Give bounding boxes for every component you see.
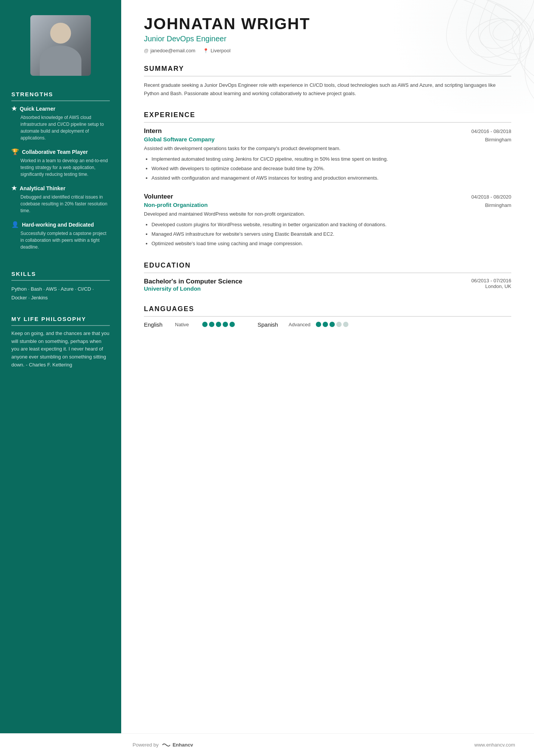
exp-location-intern: Birmingham bbox=[485, 137, 511, 142]
exp-role-intern: Intern bbox=[144, 127, 162, 135]
skills-title: SKILLS bbox=[11, 271, 110, 281]
exp-bullets-intern: Implemented automated testing using Jenk… bbox=[144, 155, 511, 182]
footer-left: Powered by Enhancv bbox=[133, 742, 193, 748]
lang-english: English Native bbox=[144, 321, 235, 328]
lang-name-english: English bbox=[144, 321, 170, 328]
sidebar: STRENGTHS ★ Quick Learner Absorbed knowl… bbox=[0, 0, 121, 733]
strengths-title: STRENGTHS bbox=[11, 91, 110, 101]
edu-school-1: University of London bbox=[144, 285, 242, 292]
philosophy-title: MY LIFE PHILOSOPHY bbox=[11, 316, 110, 326]
powered-by-text: Powered by bbox=[133, 742, 159, 748]
exp-bullet-intern-1: Implemented automated testing using Jenk… bbox=[151, 155, 511, 163]
location-item: 📍 Liverpool bbox=[203, 48, 231, 53]
strength-item-3: ★ Analytical Thinker Debugged and identi… bbox=[11, 185, 110, 214]
languages-title: LANGUAGES bbox=[144, 305, 511, 317]
summary-title: SUMMARY bbox=[144, 65, 511, 77]
strength-desc-4: Successfully completed a capstone projec… bbox=[11, 230, 110, 250]
lang-spanish: Spanish Advanced bbox=[258, 321, 348, 328]
exp-bullet-intern-2: Worked with developers to optimize codeb… bbox=[151, 164, 511, 173]
dot-en-4 bbox=[223, 322, 228, 327]
dot-en-1 bbox=[202, 322, 208, 327]
strength-title-2: Collaborative Team Player bbox=[22, 149, 88, 155]
exp-entry-intern: Intern 04/2016 - 08/2018 Global Software… bbox=[144, 127, 511, 182]
enhancv-logo-icon bbox=[162, 742, 171, 748]
strength-desc-1: Absorbed knowledge of AWS cloud infrastr… bbox=[11, 114, 110, 141]
strength-title-3: Analytical Thinker bbox=[20, 185, 66, 191]
person-icon: 👤 bbox=[11, 221, 19, 228]
avatar-container bbox=[11, 15, 110, 76]
trophy-icon: 🏆 bbox=[11, 148, 19, 155]
exp-company-intern: Global Software Company bbox=[144, 136, 215, 142]
edu-entry-1: Bachelor's in Computer Science Universit… bbox=[144, 278, 511, 292]
exp-bullet-volunteer-2: Managed AWS infrastructure for website's… bbox=[151, 230, 511, 238]
strength-title-4: Hard-working and Dedicated bbox=[22, 222, 94, 228]
dot-es-3 bbox=[329, 322, 335, 327]
exp-bullet-volunteer-3: Optimized website's load time using cach… bbox=[151, 239, 511, 248]
dot-es-5 bbox=[343, 322, 348, 327]
location-text: Liverpool bbox=[211, 48, 231, 53]
email-icon: @ bbox=[144, 48, 148, 53]
enhancv-logo: Enhancv bbox=[162, 742, 193, 748]
dot-en-3 bbox=[216, 322, 221, 327]
dot-en-2 bbox=[209, 322, 214, 327]
exp-bullet-intern-3: Assisted with configuration and manageme… bbox=[151, 174, 511, 182]
summary-section: SUMMARY Recent graduate seeking a Junior… bbox=[144, 65, 511, 98]
exp-entry-volunteer: Volunteer 04/2018 - 08/2020 Non-profit O… bbox=[144, 193, 511, 248]
experience-section: EXPERIENCE Intern 04/2016 - 08/2018 Glob… bbox=[144, 111, 511, 248]
strength-item-4: 👤 Hard-working and Dedicated Successfull… bbox=[11, 221, 110, 250]
dot-es-2 bbox=[323, 322, 328, 327]
exp-dates-volunteer: 04/2018 - 08/2020 bbox=[471, 194, 511, 200]
edu-location-1: London, UK bbox=[471, 283, 511, 289]
experience-title: EXPERIENCE bbox=[144, 111, 511, 123]
edu-dates-1: 06/2013 - 07/2016 bbox=[471, 278, 511, 283]
job-title: Junior DevOps Engineer bbox=[144, 34, 511, 43]
strength-item-1: ★ Quick Learner Absorbed knowledge of AW… bbox=[11, 105, 110, 141]
dot-en-5 bbox=[230, 322, 235, 327]
skills-text: Python · Bash · AWS · Azure · CI/CD · Do… bbox=[11, 285, 110, 302]
full-name: JOHNATAN WRIGHT bbox=[144, 15, 511, 33]
dot-es-4 bbox=[336, 322, 342, 327]
brand-name: Enhancv bbox=[173, 742, 193, 748]
languages-section: LANGUAGES English Native Spanish bbox=[144, 305, 511, 328]
exp-role-volunteer: Volunteer bbox=[144, 193, 173, 200]
edu-degree-1: Bachelor's in Computer Science bbox=[144, 278, 242, 285]
languages-row: English Native Spanish Advanced bbox=[144, 321, 511, 328]
name-section: JOHNATAN WRIGHT Junior DevOps Engineer @… bbox=[144, 15, 511, 53]
skills-section: SKILLS Python · Bash · AWS · Azure · CI/… bbox=[11, 271, 110, 302]
strength-desc-2: Worked in a team to develop an end-to-en… bbox=[11, 157, 110, 178]
summary-text: Recent graduate seeking a Junior DevOps … bbox=[144, 81, 511, 98]
exp-location-volunteer: Birmingham bbox=[485, 202, 511, 208]
email-item: @ janedoe@email.com bbox=[144, 48, 195, 53]
lang-dots-english bbox=[202, 322, 235, 327]
education-title: EDUCATION bbox=[144, 261, 511, 273]
contact-info: @ janedoe@email.com 📍 Liverpool bbox=[144, 48, 511, 53]
education-section: EDUCATION Bachelor's in Computer Science… bbox=[144, 261, 511, 292]
main-content: JOHNATAN WRIGHT Junior DevOps Engineer @… bbox=[121, 0, 534, 733]
strength-desc-3: Debugged and identified critical issues … bbox=[11, 194, 110, 214]
exp-bullet-volunteer-1: Developed custom plugins for WordPress w… bbox=[151, 221, 511, 229]
footer-website: www.enhancv.com bbox=[475, 742, 515, 748]
strength-item-2: 🏆 Collaborative Team Player Worked in a … bbox=[11, 148, 110, 178]
strength-title-1: Quick Learner bbox=[20, 106, 55, 112]
star-icon-2: ★ bbox=[11, 185, 17, 192]
exp-dates-intern: 04/2016 - 08/2018 bbox=[471, 128, 511, 134]
lang-level-english: Native bbox=[175, 322, 198, 327]
exp-desc-volunteer: Developed and maintained WordPress websi… bbox=[144, 210, 511, 218]
lang-name-spanish: Spanish bbox=[258, 321, 284, 328]
exp-company-volunteer: Non-profit Organization bbox=[144, 202, 208, 208]
avatar bbox=[30, 15, 91, 76]
lang-level-spanish: Advanced bbox=[289, 322, 311, 327]
philosophy-section: MY LIFE PHILOSOPHY Keep on going, and th… bbox=[11, 316, 110, 369]
dot-es-1 bbox=[316, 322, 321, 327]
location-icon: 📍 bbox=[203, 48, 209, 53]
philosophy-text: Keep on going, and the chances are that … bbox=[11, 330, 110, 369]
lang-dots-spanish bbox=[316, 322, 348, 327]
star-icon-1: ★ bbox=[11, 105, 17, 112]
exp-bullets-volunteer: Developed custom plugins for WordPress w… bbox=[144, 221, 511, 248]
strengths-section: STRENGTHS ★ Quick Learner Absorbed knowl… bbox=[11, 91, 110, 257]
email-text: janedoe@email.com bbox=[150, 48, 195, 53]
exp-desc-intern: Assisted with development operations tas… bbox=[144, 145, 511, 153]
footer: Powered by Enhancv www.enhancv.com bbox=[0, 733, 534, 756]
